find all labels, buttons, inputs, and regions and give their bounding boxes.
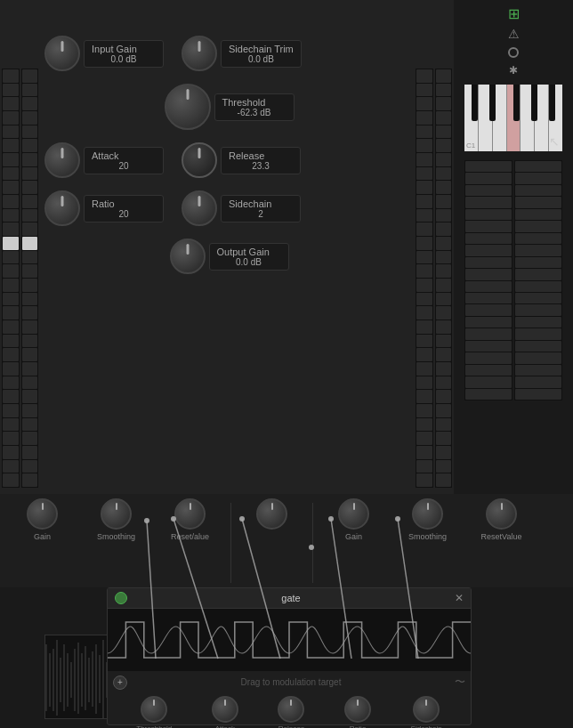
vu-seg [22, 473, 38, 487]
vu-seg [436, 84, 452, 97]
piano-black-key [549, 85, 555, 121]
svg-rect-9 [77, 643, 79, 714]
gate-power-button[interactable] [115, 592, 127, 604]
piano-black-key [472, 85, 478, 121]
vu-seg [416, 69, 432, 83]
vu-seg [416, 153, 432, 166]
vu-strip-left [2, 69, 20, 488]
gate-close-button[interactable]: ✕ [455, 592, 464, 604]
gate-controls: + Drag to modulation target 〜 [108, 671, 471, 693]
sidechain-trim-knob[interactable] [182, 36, 217, 71]
mod-reset-knob-2[interactable] [486, 498, 517, 530]
mod-group-reset-1: Reset/alue [157, 498, 223, 541]
vu-seg [515, 245, 561, 255]
vu-seg [436, 404, 452, 417]
input-gain-control: Input Gain 0.0 dB [44, 36, 164, 71]
row-attack-release: Attack 20 Release 23.3 [44, 142, 414, 178]
vu-seg [465, 209, 512, 220]
release-knob[interactable] [182, 142, 217, 178]
mod-smoothing-knob-2[interactable] [412, 498, 443, 530]
gate-sidechain-knob[interactable] [413, 696, 440, 723]
vu-seg [416, 167, 432, 181]
mod-smoothing-label-1: Smoothing [97, 532, 135, 541]
vu-seg [22, 320, 38, 334]
threshold-knob[interactable] [165, 84, 211, 130]
gate-knob-release: Release [278, 696, 304, 728]
vu-seg [3, 195, 19, 208]
vu-seg [3, 418, 19, 432]
svg-rect-5 [63, 644, 65, 711]
gate-threshold-knob[interactable] [141, 696, 167, 723]
release-value: 23.3 [229, 161, 293, 171]
vu-seg [515, 352, 561, 363]
vu-seg [436, 446, 452, 459]
vu-seg [416, 181, 432, 194]
vu-seg [515, 233, 561, 244]
vu-seg [22, 306, 38, 320]
attack-knob[interactable] [44, 142, 80, 178]
vu-seg [515, 304, 561, 315]
sidechain-knob[interactable] [182, 190, 217, 226]
vu-strip-right [21, 69, 39, 488]
vu-seg [436, 209, 452, 222]
special-icon: ✱ [509, 64, 518, 77]
gate-panel: gate ✕ + Drag to modulation target 〜 Thr… [107, 587, 472, 725]
gate-ratio-knob[interactable] [344, 696, 371, 723]
cursor-indicator[interactable]: ↖ [549, 134, 560, 149]
vu-seg [416, 237, 432, 250]
gate-attack-knob[interactable] [212, 696, 238, 723]
vu-seg [436, 362, 452, 376]
vu-seg [416, 348, 432, 361]
threshold-name: Threshold [222, 97, 286, 108]
threshold-section: Threshold -62.3 dB [44, 84, 414, 130]
sidechain-control: Sidechain 2 [182, 190, 301, 226]
vu-seg [3, 181, 19, 194]
svg-rect-12 [88, 658, 90, 702]
mod-gain-knob-1[interactable] [27, 498, 58, 530]
input-gain-label-box: Input Gain 0.0 dB [84, 40, 164, 68]
vu-seg [436, 335, 452, 348]
piano-display[interactable]: C1 ↖ [464, 85, 562, 151]
gate-release-knob[interactable] [278, 696, 304, 723]
vu-seg [3, 97, 19, 110]
gate-knob-threshold: Threshhold [136, 696, 172, 728]
vu-seg [3, 264, 19, 278]
vu-seg [22, 195, 38, 208]
vu-seg [416, 306, 432, 320]
vu-seg [436, 432, 452, 445]
vu-seg [22, 97, 38, 110]
vu-seg [465, 245, 512, 255]
vu-seg [465, 341, 512, 352]
gate-knob-attack: Attack [212, 696, 238, 728]
vu-seg [3, 167, 19, 181]
vu-seg [436, 139, 452, 152]
output-gain-knob[interactable] [170, 239, 206, 274]
ratio-knob[interactable] [44, 190, 80, 226]
mod-reset-knob-1[interactable] [174, 498, 206, 530]
vu-seg [22, 404, 38, 417]
vu-seg [465, 281, 512, 292]
gate-knob-ratio: Ratio [344, 696, 371, 728]
vu-seg-mark [22, 237, 38, 250]
vu-seg [436, 251, 452, 264]
vu-seg [3, 348, 19, 361]
vu-seg [416, 111, 432, 125]
release-name: Release [229, 150, 293, 161]
gate-add-button[interactable]: + [113, 675, 127, 690]
input-gain-value: 0.0 dB [92, 54, 156, 64]
vu-seg [3, 209, 19, 222]
grid-icon[interactable]: ⊞ [508, 5, 520, 22]
vu-seg [465, 317, 512, 328]
right-panel: ⊞ ⚠ ✱ C1 [454, 0, 573, 494]
mod-smoothing-knob-1[interactable] [101, 498, 132, 530]
mod-gain-knob-2[interactable] [338, 498, 369, 530]
vu-seg [3, 111, 19, 125]
input-gain-knob[interactable] [44, 36, 80, 71]
svg-rect-10 [81, 653, 83, 707]
vu-seg [515, 221, 561, 231]
mod-reset-label-1: Reset/alue [171, 532, 209, 541]
gate-ratio-label: Ratio [350, 724, 367, 728]
mod-empty-knob[interactable] [256, 498, 287, 530]
mod-separator [230, 503, 231, 583]
vu-seg [3, 362, 19, 376]
